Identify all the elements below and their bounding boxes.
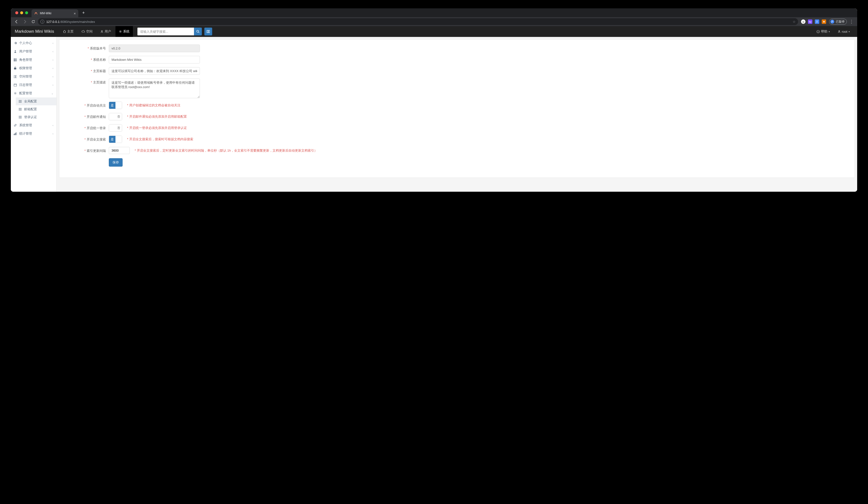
hint-email-notice: * 开启邮件通知必须先添加并启用邮箱配置: [127, 114, 187, 119]
email-notice-toggle[interactable]: 否: [109, 113, 122, 120]
nav-home[interactable]: 主页: [60, 26, 77, 37]
sidebar-item-global-config[interactable]: 全局配置: [16, 97, 56, 105]
help-icon: ?: [817, 30, 820, 33]
sidebar-item-email-config[interactable]: 邮箱配置: [16, 105, 56, 113]
row-fulltext: *开启全文搜索 是 * 开启全文搜索后，搜索时可根据文档内容搜索: [66, 136, 848, 144]
svg-rect-3: [207, 30, 208, 33]
cloud-icon: [82, 30, 85, 33]
layout-columns-button[interactable]: [204, 28, 212, 35]
nav-forward-button[interactable]: [21, 18, 29, 25]
index-interval-input[interactable]: [109, 147, 130, 154]
app-topnav: Markdown Mini Wikis 主页 空间 用户: [11, 26, 857, 37]
home-icon: [63, 30, 66, 33]
config-form-card: *系统版本号 *系统名称 *主页标题: [59, 39, 855, 178]
extension-icons: ◎ kp 文 ✱: [799, 19, 828, 24]
svg-rect-15: [16, 75, 17, 78]
sidebar-config-submenu: 全局配置 邮箱配置 登录认证: [11, 97, 56, 121]
hint-sso: * 开启统一登录必须先添加并启用登录认证: [127, 126, 187, 130]
url-bar[interactable]: i 127.0.0.1:8080/system/main/index ☆: [38, 18, 798, 25]
hint-auto-follow: * 用户创建编辑过的文档会被自动关注: [127, 103, 180, 107]
reload-button[interactable]: [30, 18, 37, 25]
new-tab-button[interactable]: +: [80, 10, 87, 15]
search-input[interactable]: [137, 28, 194, 35]
bookmark-star-icon[interactable]: ☆: [793, 20, 796, 24]
sidebar-item-log-mgmt[interactable]: 日志管理 ‹: [11, 81, 56, 89]
fulltext-toggle[interactable]: 是: [109, 136, 122, 143]
minimize-window-icon[interactable]: [20, 11, 23, 14]
svg-rect-12: [16, 60, 17, 61]
chevron-left-icon: ‹: [52, 50, 53, 53]
sidebar-item-perm-mgmt[interactable]: 权限管理 ‹: [11, 64, 56, 72]
svg-rect-20: [16, 133, 17, 135]
gear-icon: [119, 30, 122, 33]
chevron-left-icon: ‹: [52, 58, 53, 61]
nav-system[interactable]: 系统: [115, 26, 133, 37]
svg-point-8: [15, 51, 16, 51]
nav-space[interactable]: 空间: [78, 26, 96, 37]
home-desc-textarea[interactable]: [109, 78, 200, 98]
columns-icon: [14, 75, 18, 78]
profile-status: 已暂停: [836, 20, 845, 24]
lock-icon: [14, 67, 18, 70]
browser-window: MM-Wiki × + i 127.0.0.1:8080/system/main…: [11, 8, 857, 192]
sidebar-item-space-mgmt[interactable]: 空间管理 ‹: [11, 72, 56, 81]
row-actions: 保存: [66, 158, 848, 167]
sidebar-item-personal[interactable]: ✿ 个人中心 ‹: [11, 39, 56, 47]
chevron-left-icon: ‹: [52, 42, 53, 44]
list-icon: [19, 116, 23, 118]
calendar-icon: [14, 84, 18, 86]
chevron-down-icon: ⌄: [51, 92, 53, 95]
svg-rect-10: [16, 59, 17, 60]
tab-favicon-icon: [34, 11, 38, 15]
maximize-window-icon[interactable]: [25, 11, 28, 14]
link-icon: [14, 124, 18, 127]
home-title-input[interactable]: [109, 67, 200, 75]
sidebar-item-role-mgmt[interactable]: 角色管理 ‹: [11, 56, 56, 64]
extension-icon-2[interactable]: kp: [808, 19, 812, 24]
sidebar-item-auth-config[interactable]: 登录认证: [16, 113, 56, 121]
search-button[interactable]: [194, 28, 202, 35]
site-info-icon[interactable]: i: [40, 20, 44, 24]
chevron-left-icon: ‹: [52, 75, 53, 78]
save-button[interactable]: 保存: [109, 158, 123, 167]
browser-tab[interactable]: MM-Wiki ×: [31, 9, 78, 17]
user-icon: [838, 30, 841, 33]
nav-user[interactable]: 用户: [97, 26, 114, 37]
sso-toggle[interactable]: 否: [109, 124, 122, 132]
extension-icon-1[interactable]: ◎: [801, 19, 805, 24]
sidebar-item-sys-mgmt[interactable]: 系统管理 ‹: [11, 121, 56, 129]
hint-index-interval: * 开启全文搜索后，定时更新全文索引的时间间隔，单位秒（默认 1h，全文索引不需…: [135, 148, 317, 153]
leaf-icon: ✿: [14, 41, 18, 45]
system-name-input[interactable]: [109, 56, 200, 63]
app-body: ✿ 个人中心 ‹ 用户管理 ‹ 角色管理 ‹: [11, 37, 857, 192]
sidebar-item-config-mgmt[interactable]: 配置管理 ⌄: [11, 89, 56, 97]
tab-close-icon[interactable]: ×: [74, 11, 76, 15]
row-system-name: *系统名称: [66, 56, 848, 64]
main-panel: *系统版本号 *系统名称 *主页标题: [56, 37, 857, 192]
extension-icon-4[interactable]: ✱: [822, 19, 826, 24]
app-brand[interactable]: Markdown Mini Wikis: [15, 29, 59, 34]
url-text: 127.0.0.1:8080/system/main/index: [46, 20, 95, 24]
extension-icon-3[interactable]: 文: [815, 19, 819, 24]
sidebar-item-user-mgmt[interactable]: 用户管理 ‹: [11, 47, 56, 56]
sidebar-item-stat-mgmt[interactable]: 统计管理 ‹: [11, 129, 56, 138]
nav-user-menu[interactable]: root: [834, 26, 853, 37]
app-area: Markdown Mini Wikis 主页 空间 用户: [11, 26, 857, 192]
row-home-title: *主页标题: [66, 67, 848, 75]
nav-help[interactable]: ? 帮助: [813, 26, 833, 37]
grid-icon: [14, 59, 18, 61]
row-index-interval: *索引更新间隔 * 开启全文搜索后，定时更新全文索引的时间间隔，单位秒（默认 1…: [66, 147, 848, 155]
version-input: [109, 44, 200, 52]
auto-follow-toggle[interactable]: 是: [109, 102, 122, 109]
svg-rect-16: [14, 84, 17, 86]
browser-tab-bar: MM-Wiki × +: [11, 8, 857, 17]
svg-rect-19: [15, 133, 16, 135]
browser-menu-button[interactable]: ⋮: [848, 19, 855, 24]
browser-toolbar: i 127.0.0.1:8080/system/main/index ☆ ◎ k…: [11, 17, 857, 26]
window-controls: [13, 11, 30, 14]
close-window-icon[interactable]: [15, 11, 18, 14]
profile-button[interactable]: P 已暂停: [829, 19, 847, 24]
search-group: [137, 28, 212, 35]
nav-back-button[interactable]: [13, 18, 20, 25]
svg-rect-18: [14, 134, 14, 135]
